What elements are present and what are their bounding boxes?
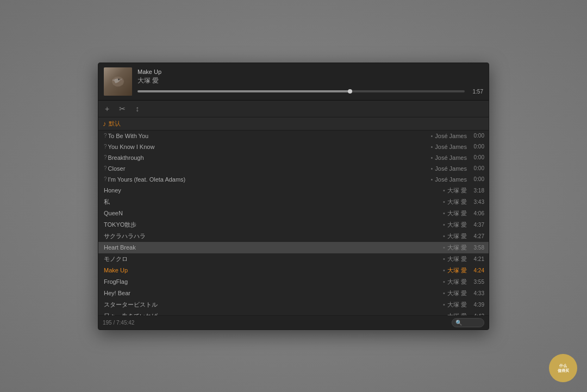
list-item[interactable]: Heart Break • 大塚 愛3:58 bbox=[98, 242, 489, 253]
separator: • bbox=[443, 221, 445, 228]
list-item[interactable]: QueeN • 大塚 愛4:06 bbox=[98, 208, 489, 219]
separator: • bbox=[430, 176, 433, 183]
artist-name: 大塚 愛 bbox=[447, 209, 467, 217]
artist-name: 大塚 愛 bbox=[447, 221, 467, 229]
separator: • bbox=[443, 290, 445, 296]
artist-name: 大塚 愛 bbox=[447, 232, 467, 240]
playlist-label: 默认 bbox=[109, 120, 121, 128]
track-name: Closer bbox=[108, 165, 429, 172]
cut-button[interactable]: ✂ bbox=[117, 103, 128, 114]
list-item[interactable]: ?I'm Yours (feat. Oleta Adams) • José Ja… bbox=[98, 174, 489, 185]
separator: • bbox=[430, 144, 433, 150]
watermark: 什么值得买 bbox=[549, 354, 577, 382]
separator: • bbox=[443, 301, 445, 308]
track-name: Breakthrough bbox=[108, 154, 429, 161]
track-duration: 4:42 bbox=[467, 313, 484, 315]
separator: • bbox=[443, 244, 445, 251]
separator: • bbox=[430, 133, 433, 139]
unknown-icon: ? bbox=[104, 165, 107, 171]
track-duration: 4:33 bbox=[467, 290, 484, 296]
artist-name: 大塚 愛 bbox=[447, 186, 467, 195]
track-name: サクラハラハラ bbox=[104, 232, 441, 240]
artist-name: 大塚 愛 bbox=[447, 266, 467, 275]
track-name: To Be With You bbox=[108, 133, 429, 139]
track-name: 日々、生きていれば bbox=[104, 312, 441, 315]
list-item[interactable]: 日々、生きていれば • 大塚 愛4:42 bbox=[98, 310, 489, 315]
track-duration: 3:55 bbox=[467, 279, 484, 285]
list-item[interactable]: 私 • 大塚 愛3:43 bbox=[98, 196, 489, 208]
artist-name: José James bbox=[435, 144, 467, 150]
playlist-items: ?To Be With You • José James0:00?You Kno… bbox=[98, 130, 489, 315]
playlist-icon: ♪ bbox=[103, 120, 107, 128]
list-item[interactable]: FrogFlag • 大塚 愛3:55 bbox=[98, 276, 489, 288]
artist-name: José James bbox=[435, 176, 467, 183]
artist-name: José James bbox=[435, 165, 467, 172]
artist-name: José James bbox=[435, 133, 467, 139]
track-duration: 3:58 bbox=[467, 245, 484, 251]
artist-name: 大塚 愛 bbox=[447, 244, 467, 252]
unknown-icon: ? bbox=[104, 154, 107, 160]
playlist-footer: 195 / 7:45:42 🔍 bbox=[98, 315, 489, 329]
unknown-icon: ? bbox=[104, 176, 107, 182]
list-item[interactable]: Hey! Bear • 大塚 愛4:33 bbox=[98, 288, 489, 299]
track-info: Make Up 大塚 愛 1:57 bbox=[138, 69, 483, 95]
search-box[interactable]: 🔍 bbox=[452, 318, 484, 327]
progress-bar[interactable] bbox=[138, 90, 465, 92]
list-item[interactable]: モノクロ • 大塚 愛4:21 bbox=[98, 253, 489, 265]
artist-name: 大塚 愛 bbox=[447, 289, 467, 297]
track-name: Honey bbox=[104, 187, 441, 194]
artist-name: 大塚 愛 bbox=[447, 198, 467, 206]
track-count: 195 / 7:45:42 bbox=[103, 320, 134, 326]
list-item[interactable]: ?Breakthrough • José James0:00 bbox=[98, 152, 489, 163]
list-item[interactable]: Honey • 大塚 愛3:18 bbox=[98, 185, 489, 196]
progress-handle[interactable] bbox=[348, 89, 352, 94]
track-artist: 大塚 愛 bbox=[138, 76, 483, 85]
list-item[interactable]: TOKYO散歩 • 大塚 愛4:37 bbox=[98, 219, 489, 231]
svg-point-1 bbox=[118, 78, 120, 80]
list-item[interactable]: ?To Be With You • José James0:00 bbox=[98, 130, 489, 141]
track-name: QueeN bbox=[104, 210, 441, 216]
track-duration: 0:00 bbox=[467, 154, 484, 160]
playlist-header: ♪ 默认 bbox=[98, 117, 489, 130]
track-duration: 4:21 bbox=[467, 256, 484, 262]
track-duration: 0:00 bbox=[467, 165, 484, 171]
now-playing-bar: Make Up 大塚 愛 1:57 bbox=[98, 63, 489, 101]
track-name: Make Up bbox=[104, 267, 441, 273]
watermark-text: 什么值得买 bbox=[558, 363, 569, 373]
track-name: モノクロ bbox=[104, 255, 441, 263]
separator: • bbox=[443, 256, 445, 262]
artist-name: 大塚 愛 bbox=[447, 255, 467, 263]
list-item[interactable]: Make Up • 大塚 愛4:24 bbox=[98, 265, 489, 276]
separator: • bbox=[443, 233, 445, 239]
list-item[interactable]: ?You Know I Know • José James0:00 bbox=[98, 141, 489, 152]
separator: • bbox=[443, 210, 445, 216]
add-button[interactable]: + bbox=[103, 103, 111, 114]
track-duration: 4:06 bbox=[467, 210, 484, 216]
unknown-icon: ? bbox=[104, 144, 107, 150]
track-duration: 4:27 bbox=[467, 233, 484, 239]
track-name: Heart Break bbox=[104, 244, 441, 251]
playlist-container: ♪ 默认 ?To Be With You • José James0:00?Yo… bbox=[98, 117, 489, 329]
list-item[interactable]: ?Closer • José James0:00 bbox=[98, 163, 489, 174]
album-art bbox=[104, 67, 132, 96]
list-item[interactable]: サクラハラハラ • 大塚 愛4:27 bbox=[98, 231, 489, 242]
progress-area[interactable]: 1:57 bbox=[138, 89, 483, 95]
track-duration: 0:00 bbox=[467, 176, 484, 182]
list-item[interactable]: スタータービストル • 大塚 愛4:39 bbox=[98, 299, 489, 310]
separator: • bbox=[443, 267, 445, 273]
track-name: TOKYO散歩 bbox=[104, 221, 441, 229]
player-window: Make Up 大塚 愛 1:57 + ✂ ↕ ♪ 默认 ?To Be With… bbox=[98, 63, 489, 330]
track-duration: 0:00 bbox=[467, 144, 484, 150]
track-name: Hey! Bear bbox=[104, 290, 441, 296]
artist-name: José James bbox=[435, 154, 467, 161]
artist-name: 大塚 愛 bbox=[447, 312, 467, 315]
track-name: スタータービストル bbox=[104, 301, 441, 309]
separator: • bbox=[430, 154, 433, 161]
track-title: Make Up bbox=[138, 69, 483, 75]
time-display: 1:57 bbox=[468, 89, 483, 95]
toolbar: + ✂ ↕ bbox=[98, 101, 489, 117]
sort-button[interactable]: ↕ bbox=[133, 103, 141, 114]
separator: • bbox=[443, 187, 445, 194]
track-name: FrogFlag bbox=[104, 278, 441, 285]
separator: • bbox=[443, 278, 445, 285]
